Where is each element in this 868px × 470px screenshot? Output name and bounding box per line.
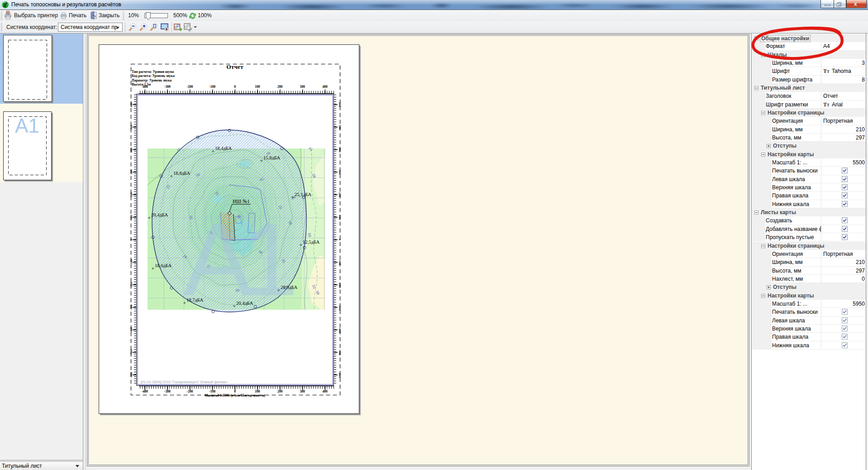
svg-text:Тип расчета: Уровни шума: Тип расчета: Уровни шума — [132, 70, 174, 74]
svg-text:-600: -600 — [338, 372, 342, 378]
svg-text:500: 500 — [338, 125, 342, 130]
svg-text:Масштаб 1:5500 (в 1см 55м; ед.: Масштаб 1:5500 (в 1см 55м; ед. изм.: м) — [205, 393, 265, 398]
svg-text:200: 200 — [129, 192, 133, 197]
svg-text:-100: -100 — [129, 259, 133, 265]
svg-text:-500: -500 — [129, 349, 133, 355]
svg-text:300: 300 — [338, 170, 342, 175]
svg-text:18,7дБА: 18,7дБА — [186, 297, 204, 302]
svg-text:-100: -100 — [209, 85, 215, 89]
svg-text:Отчет: Отчет — [226, 63, 243, 70]
svg-text:20,9дБА: 20,9дБА — [281, 285, 298, 290]
svg-text:[01-01-3599] ООО "Газпромэнерг: [01-01-3599] ООО "Газпромэнерго" Южный ф… — [141, 380, 228, 384]
svg-text:Высота 1,5м: Высота 1,5м — [132, 82, 151, 86]
svg-text:200: 200 — [338, 192, 342, 197]
svg-text:0: 0 — [129, 239, 133, 240]
svg-text:-300: -300 — [129, 304, 133, 310]
svg-text:15,8дБА: 15,8дБА — [263, 155, 281, 160]
svg-text:20,4дБА: 20,4дБА — [236, 301, 253, 306]
svg-text:-200: -200 — [129, 282, 133, 288]
svg-text:Параметр: Уровень звука: Параметр: Уровень звука — [132, 78, 172, 82]
svg-text:-300: -300 — [338, 305, 342, 311]
svg-text:200: 200 — [277, 85, 283, 89]
svg-text:25,1дБА: 25,1дБА — [295, 192, 312, 197]
svg-text:-400: -400 — [338, 327, 342, 333]
svg-text:100: 100 — [255, 85, 260, 89]
svg-text:18,6дБА: 18,6дБА — [155, 263, 172, 268]
svg-text:-300: -300 — [164, 85, 171, 89]
svg-text:Код расчета: Уровень звука: Код расчета: Уровень звука — [132, 74, 175, 78]
svg-text:400: 400 — [322, 85, 328, 89]
svg-text:-600: -600 — [129, 372, 133, 378]
svg-text:600: 600 — [129, 102, 133, 107]
svg-text:500: 500 — [129, 125, 133, 129]
svg-text:100: 100 — [338, 215, 342, 220]
svg-text:0: 0 — [338, 239, 342, 240]
svg-text:600: 600 — [338, 102, 342, 107]
svg-text:-500: -500 — [338, 350, 342, 355]
svg-text:100: 100 — [129, 215, 133, 220]
svg-text:-400: -400 — [129, 327, 133, 333]
svg-text:400: 400 — [338, 148, 342, 153]
svg-text:18,4дБА: 18,4дБА — [215, 146, 232, 151]
svg-text:0: 0 — [234, 85, 236, 89]
svg-text:-100: -100 — [338, 259, 342, 265]
svg-text:300: 300 — [129, 169, 133, 174]
svg-text:-200: -200 — [187, 85, 193, 89]
svg-text:300: 300 — [300, 85, 305, 89]
svg-text:400: 400 — [129, 147, 133, 152]
svg-text:20,4дБА: 20,4дБА — [151, 212, 168, 217]
svg-text:12,5дБА: 12,5дБА — [303, 240, 320, 245]
svg-text:18,8дБА: 18,8дБА — [173, 171, 191, 176]
svg-text:-200: -200 — [338, 282, 342, 288]
svg-text:-400: -400 — [142, 85, 148, 89]
